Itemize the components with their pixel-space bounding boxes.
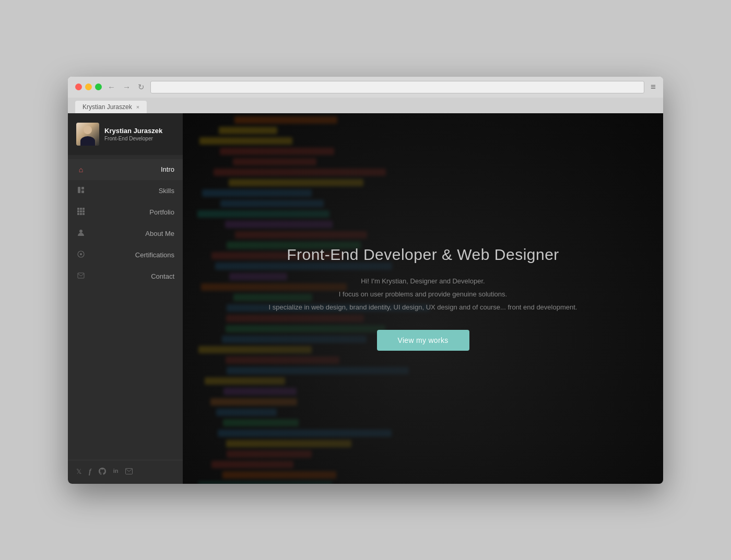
- sidebar-item-about[interactable]: About Me: [68, 223, 183, 244]
- tab-close-button[interactable]: ×: [136, 104, 139, 110]
- sidebar-item-portfolio[interactable]: Portfolio: [68, 201, 183, 223]
- svg-rect-2: [81, 190, 84, 193]
- svg-rect-3: [77, 208, 79, 210]
- address-bar[interactable]: [150, 81, 644, 93]
- cert-icon: [76, 251, 86, 259]
- svg-rect-1: [81, 187, 84, 189]
- main-content: Front-End Developer & Web Designer Hi! I…: [183, 113, 663, 484]
- tab-title: Krystian Juraszek: [82, 103, 132, 111]
- traffic-lights: [75, 84, 102, 90]
- traffic-light-maximize[interactable]: [95, 84, 102, 90]
- svg-rect-8: [82, 210, 85, 212]
- profile-name: Krystian Juraszek: [104, 127, 174, 135]
- hero-line1: Hi! I'm Krystian, Designer and Developer…: [269, 275, 577, 288]
- email-icon[interactable]: [125, 468, 133, 476]
- svg-point-14: [80, 253, 82, 255]
- svg-rect-9: [77, 213, 79, 215]
- svg-rect-4: [80, 208, 82, 210]
- nav-label-certifications: Certifications: [93, 251, 174, 259]
- skills-icon: [76, 186, 86, 195]
- sidebar: Krystian Juraszek Front-End Developer ⌂ …: [68, 113, 183, 484]
- twitter-icon[interactable]: 𝕏: [76, 468, 81, 476]
- svg-rect-10: [80, 213, 82, 215]
- nav-label-contact: Contact: [93, 272, 174, 280]
- sidebar-item-certifications[interactable]: Certifications: [68, 244, 183, 266]
- sidebar-footer: 𝕏 f in: [68, 460, 183, 484]
- svg-rect-5: [82, 208, 85, 210]
- sidebar-nav: ⌂ Intro Skills: [68, 155, 183, 460]
- grid-icon: [76, 208, 86, 217]
- sidebar-item-skills[interactable]: Skills: [68, 180, 183, 201]
- svg-point-12: [79, 230, 82, 233]
- sidebar-profile: Krystian Juraszek Front-End Developer: [68, 113, 183, 155]
- reload-button[interactable]: ↻: [136, 82, 146, 92]
- hero-overlay: Front-End Developer & Web Designer Hi! I…: [183, 113, 663, 484]
- facebook-icon[interactable]: f: [89, 468, 91, 476]
- svg-rect-7: [80, 210, 82, 212]
- linkedin-icon[interactable]: in: [113, 468, 119, 476]
- menu-button[interactable]: ≡: [651, 82, 656, 91]
- nav-label-skills: Skills: [93, 187, 174, 195]
- tab-bar: Krystian Juraszek ×: [68, 98, 663, 113]
- home-icon: ⌂: [76, 165, 86, 174]
- browser-controls: ← → ↻ ≡: [68, 77, 663, 98]
- browser-tab[interactable]: Krystian Juraszek ×: [75, 101, 147, 113]
- sidebar-item-contact[interactable]: Contact: [68, 266, 183, 287]
- svg-rect-15: [78, 273, 84, 278]
- hero-line2: I focus on user problems and provide gen…: [269, 288, 577, 301]
- github-icon[interactable]: [99, 468, 106, 476]
- mail-icon: [76, 272, 86, 281]
- hero-line3: I specialize in web design, brand identi…: [269, 301, 577, 314]
- avatar: [76, 123, 99, 146]
- nav-label-portfolio: Portfolio: [93, 208, 174, 216]
- svg-rect-6: [77, 210, 79, 212]
- sidebar-item-intro[interactable]: ⌂ Intro: [68, 159, 183, 180]
- app-layout: Krystian Juraszek Front-End Developer ⌂ …: [68, 113, 663, 484]
- forward-button[interactable]: →: [121, 82, 132, 92]
- nav-label-intro: Intro: [93, 165, 174, 173]
- svg-rect-0: [78, 187, 80, 193]
- nav-label-about: About Me: [93, 230, 174, 237]
- svg-rect-11: [82, 213, 85, 215]
- hero-title: Front-End Developer & Web Designer: [287, 246, 559, 264]
- profile-role: Front-End Developer: [104, 136, 174, 141]
- profile-info: Krystian Juraszek Front-End Developer: [104, 127, 174, 141]
- avatar-image: [76, 123, 99, 146]
- traffic-light-close[interactable]: [75, 84, 82, 90]
- traffic-light-minimize[interactable]: [85, 84, 92, 90]
- hero-subtitle: Hi! I'm Krystian, Designer and Developer…: [269, 275, 577, 314]
- person-icon: [76, 229, 86, 238]
- back-button[interactable]: ←: [106, 82, 117, 92]
- browser-window: ← → ↻ ≡ Krystian Juraszek × Krystian Jur…: [68, 77, 663, 484]
- view-works-button[interactable]: View my works: [377, 330, 469, 351]
